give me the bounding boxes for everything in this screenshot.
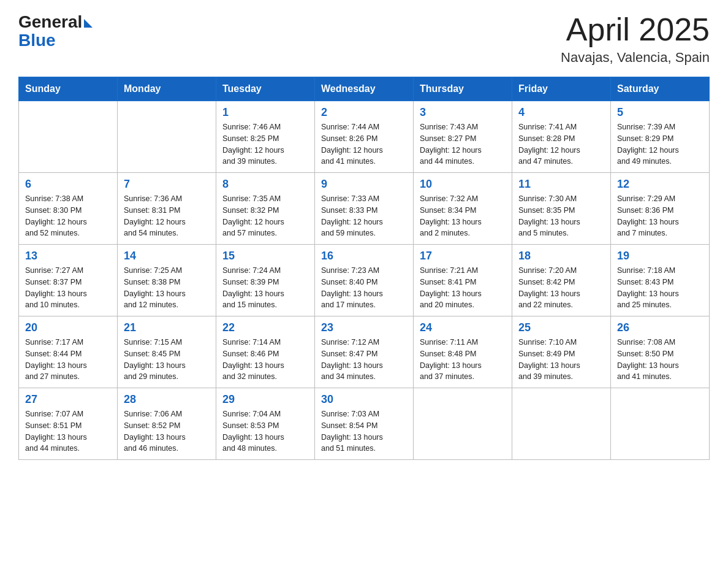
day-number: 29: [222, 393, 308, 406]
day-number: 4: [518, 106, 604, 119]
day-info: Sunrise: 7:08 AM Sunset: 8:50 PM Dayligh…: [617, 337, 703, 383]
calendar-cell: 8Sunrise: 7:35 AM Sunset: 8:32 PM Daylig…: [216, 173, 315, 245]
calendar-title: April 2025: [561, 12, 710, 47]
calendar-cell: 6Sunrise: 7:38 AM Sunset: 8:30 PM Daylig…: [19, 173, 118, 245]
logo-general: General: [18, 12, 82, 32]
day-info: Sunrise: 7:15 AM Sunset: 8:45 PM Dayligh…: [124, 337, 210, 383]
day-number: 7: [124, 178, 210, 191]
page-header: General Blue April 2025 Navajas, Valenci…: [18, 12, 710, 66]
day-number: 22: [222, 321, 308, 334]
calendar-cell: [118, 101, 216, 173]
day-info: Sunrise: 7:21 AM Sunset: 8:41 PM Dayligh…: [420, 265, 506, 311]
day-number: 30: [321, 393, 407, 406]
day-info: Sunrise: 7:25 AM Sunset: 8:38 PM Dayligh…: [124, 265, 210, 311]
calendar-cell: 28Sunrise: 7:06 AM Sunset: 8:52 PM Dayli…: [118, 388, 216, 460]
day-number: 2: [321, 106, 407, 119]
day-info: Sunrise: 7:24 AM Sunset: 8:39 PM Dayligh…: [222, 265, 308, 311]
weekday-header-friday: Friday: [512, 77, 611, 101]
day-number: 3: [420, 106, 506, 119]
day-info: Sunrise: 7:30 AM Sunset: 8:35 PM Dayligh…: [518, 193, 604, 239]
day-info: Sunrise: 7:14 AM Sunset: 8:46 PM Dayligh…: [222, 337, 308, 383]
calendar-cell: 18Sunrise: 7:20 AM Sunset: 8:42 PM Dayli…: [512, 245, 611, 316]
logo-arrow-icon: [84, 19, 93, 28]
weekday-header-row: SundayMondayTuesdayWednesdayThursdayFrid…: [19, 77, 710, 101]
day-info: Sunrise: 7:04 AM Sunset: 8:53 PM Dayligh…: [222, 408, 308, 454]
calendar-cell: 15Sunrise: 7:24 AM Sunset: 8:39 PM Dayli…: [216, 245, 315, 316]
calendar-cell: [611, 388, 710, 460]
calendar-cell: [512, 388, 611, 460]
calendar-week-2: 6Sunrise: 7:38 AM Sunset: 8:30 PM Daylig…: [19, 173, 710, 245]
day-info: Sunrise: 7:23 AM Sunset: 8:40 PM Dayligh…: [321, 265, 407, 311]
calendar-week-3: 13Sunrise: 7:27 AM Sunset: 8:37 PM Dayli…: [19, 245, 710, 316]
calendar-cell: 2Sunrise: 7:44 AM Sunset: 8:26 PM Daylig…: [315, 101, 414, 173]
day-number: 27: [25, 393, 111, 406]
day-number: 15: [222, 250, 308, 262]
day-number: 13: [25, 250, 111, 262]
day-info: Sunrise: 7:33 AM Sunset: 8:33 PM Dayligh…: [321, 193, 407, 239]
calendar-table: SundayMondayTuesdayWednesdayThursdayFrid…: [18, 77, 710, 460]
weekday-header-wednesday: Wednesday: [315, 77, 414, 101]
day-info: Sunrise: 7:12 AM Sunset: 8:47 PM Dayligh…: [321, 337, 407, 383]
calendar-cell: 24Sunrise: 7:11 AM Sunset: 8:48 PM Dayli…: [414, 316, 512, 388]
day-info: Sunrise: 7:44 AM Sunset: 8:26 PM Dayligh…: [321, 121, 407, 167]
day-info: Sunrise: 7:20 AM Sunset: 8:42 PM Dayligh…: [518, 265, 604, 311]
logo-text: General: [18, 12, 93, 32]
weekday-header-sunday: Sunday: [19, 77, 118, 101]
calendar-cell: 17Sunrise: 7:21 AM Sunset: 8:41 PM Dayli…: [414, 245, 512, 316]
day-number: 23: [321, 321, 407, 334]
weekday-header-thursday: Thursday: [414, 77, 512, 101]
day-number: 6: [25, 178, 111, 191]
weekday-header-saturday: Saturday: [611, 77, 710, 101]
weekday-header-monday: Monday: [118, 77, 216, 101]
day-number: 8: [222, 178, 308, 191]
day-number: 10: [420, 178, 506, 191]
day-number: 19: [617, 250, 703, 262]
calendar-cell: 22Sunrise: 7:14 AM Sunset: 8:46 PM Dayli…: [216, 316, 315, 388]
calendar-cell: 25Sunrise: 7:10 AM Sunset: 8:49 PM Dayli…: [512, 316, 611, 388]
calendar-cell: 7Sunrise: 7:36 AM Sunset: 8:31 PM Daylig…: [118, 173, 216, 245]
day-info: Sunrise: 7:41 AM Sunset: 8:28 PM Dayligh…: [518, 121, 604, 167]
calendar-cell: 9Sunrise: 7:33 AM Sunset: 8:33 PM Daylig…: [315, 173, 414, 245]
calendar-cell: 12Sunrise: 7:29 AM Sunset: 8:36 PM Dayli…: [611, 173, 710, 245]
day-number: 1: [222, 106, 308, 119]
calendar-cell: 27Sunrise: 7:07 AM Sunset: 8:51 PM Dayli…: [19, 388, 118, 460]
day-number: 21: [124, 321, 210, 334]
calendar-cell: 30Sunrise: 7:03 AM Sunset: 8:54 PM Dayli…: [315, 388, 414, 460]
calendar-cell: 16Sunrise: 7:23 AM Sunset: 8:40 PM Dayli…: [315, 245, 414, 316]
day-info: Sunrise: 7:27 AM Sunset: 8:37 PM Dayligh…: [25, 265, 111, 311]
calendar-cell: 4Sunrise: 7:41 AM Sunset: 8:28 PM Daylig…: [512, 101, 611, 173]
day-number: 16: [321, 250, 407, 262]
day-info: Sunrise: 7:36 AM Sunset: 8:31 PM Dayligh…: [124, 193, 210, 239]
calendar-cell: 1Sunrise: 7:46 AM Sunset: 8:25 PM Daylig…: [216, 101, 315, 173]
logo-blue: Blue: [18, 31, 56, 50]
day-info: Sunrise: 7:29 AM Sunset: 8:36 PM Dayligh…: [617, 193, 703, 239]
day-number: 24: [420, 321, 506, 334]
calendar-cell: 13Sunrise: 7:27 AM Sunset: 8:37 PM Dayli…: [19, 245, 118, 316]
calendar-cell: [414, 388, 512, 460]
day-number: 18: [518, 250, 604, 262]
calendar-cell: 26Sunrise: 7:08 AM Sunset: 8:50 PM Dayli…: [611, 316, 710, 388]
title-area: April 2025 Navajas, Valencia, Spain: [561, 12, 710, 66]
calendar-cell: 10Sunrise: 7:32 AM Sunset: 8:34 PM Dayli…: [414, 173, 512, 245]
calendar-cell: 19Sunrise: 7:18 AM Sunset: 8:43 PM Dayli…: [611, 245, 710, 316]
day-info: Sunrise: 7:39 AM Sunset: 8:29 PM Dayligh…: [617, 121, 703, 167]
calendar-cell: [19, 101, 118, 173]
calendar-subtitle: Navajas, Valencia, Spain: [561, 50, 710, 66]
calendar-cell: 20Sunrise: 7:17 AM Sunset: 8:44 PM Dayli…: [19, 316, 118, 388]
day-info: Sunrise: 7:10 AM Sunset: 8:49 PM Dayligh…: [518, 337, 604, 383]
calendar-week-5: 27Sunrise: 7:07 AM Sunset: 8:51 PM Dayli…: [19, 388, 710, 460]
day-number: 26: [617, 321, 703, 334]
calendar-cell: 23Sunrise: 7:12 AM Sunset: 8:47 PM Dayli…: [315, 316, 414, 388]
day-number: 14: [124, 250, 210, 262]
calendar-cell: 21Sunrise: 7:15 AM Sunset: 8:45 PM Dayli…: [118, 316, 216, 388]
calendar-week-4: 20Sunrise: 7:17 AM Sunset: 8:44 PM Dayli…: [19, 316, 710, 388]
day-info: Sunrise: 7:11 AM Sunset: 8:48 PM Dayligh…: [420, 337, 506, 383]
calendar-week-1: 1Sunrise: 7:46 AM Sunset: 8:25 PM Daylig…: [19, 101, 710, 173]
day-number: 11: [518, 178, 604, 191]
day-info: Sunrise: 7:38 AM Sunset: 8:30 PM Dayligh…: [25, 193, 111, 239]
day-info: Sunrise: 7:46 AM Sunset: 8:25 PM Dayligh…: [222, 121, 308, 167]
day-info: Sunrise: 7:18 AM Sunset: 8:43 PM Dayligh…: [617, 265, 703, 311]
weekday-header-tuesday: Tuesday: [216, 77, 315, 101]
day-info: Sunrise: 7:43 AM Sunset: 8:27 PM Dayligh…: [420, 121, 506, 167]
day-number: 9: [321, 178, 407, 191]
